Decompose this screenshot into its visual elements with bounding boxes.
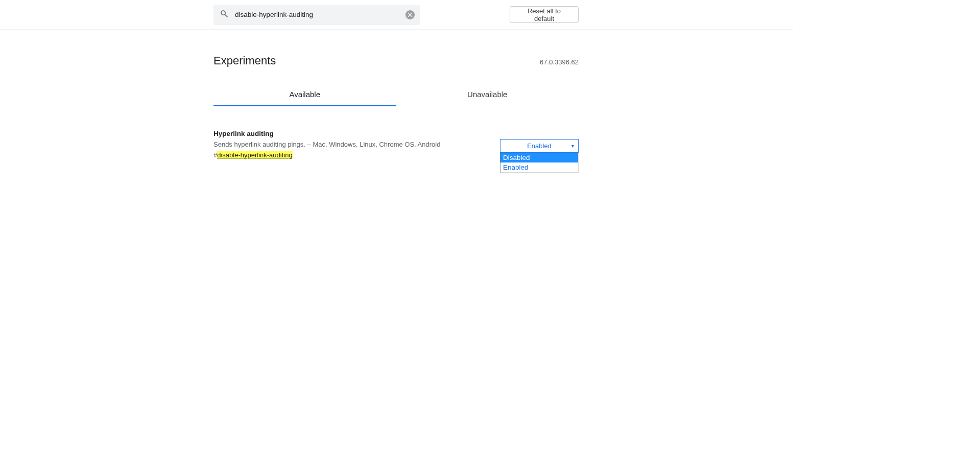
flag-select-value[interactable]: Enabled bbox=[500, 139, 579, 153]
clear-search-icon[interactable] bbox=[405, 10, 415, 19]
flag-row: Hyperlink auditing Sends hyperlink audit… bbox=[213, 106, 579, 159]
flag-select-dropdown: Disabled Enabled bbox=[500, 153, 579, 173]
flag-id-link[interactable]: #disable-hyperlink-auditing bbox=[213, 151, 488, 159]
reset-all-button[interactable]: Reset all to default bbox=[510, 6, 579, 23]
page-title: Experiments bbox=[213, 54, 276, 67]
flag-description: Sends hyperlink auditing pings. – Mac, W… bbox=[213, 141, 488, 148]
tab-available[interactable]: Available bbox=[213, 84, 396, 106]
flag-title: Hyperlink auditing bbox=[213, 130, 488, 137]
flag-option-enabled[interactable]: Enabled bbox=[500, 162, 578, 172]
version-label: 67.0.3396.62 bbox=[540, 58, 579, 66]
top-bar: Reset all to default bbox=[0, 0, 793, 30]
flag-option-disabled[interactable]: Disabled bbox=[500, 153, 578, 162]
page-scroll-container[interactable]: Reset all to default Experiments 67.0.33… bbox=[0, 0, 793, 465]
tabs: Available Unavailable bbox=[213, 84, 579, 106]
search-input[interactable] bbox=[234, 10, 400, 19]
search-box bbox=[213, 5, 420, 25]
search-icon bbox=[220, 9, 229, 20]
main-content: Experiments 67.0.3396.62 Available Unava… bbox=[213, 30, 579, 159]
flag-select[interactable]: Enabled Disabled Enabled bbox=[500, 139, 579, 153]
flag-id-highlight: disable-hyperlink-auditing bbox=[217, 151, 292, 159]
tab-unavailable[interactable]: Unavailable bbox=[396, 84, 579, 106]
